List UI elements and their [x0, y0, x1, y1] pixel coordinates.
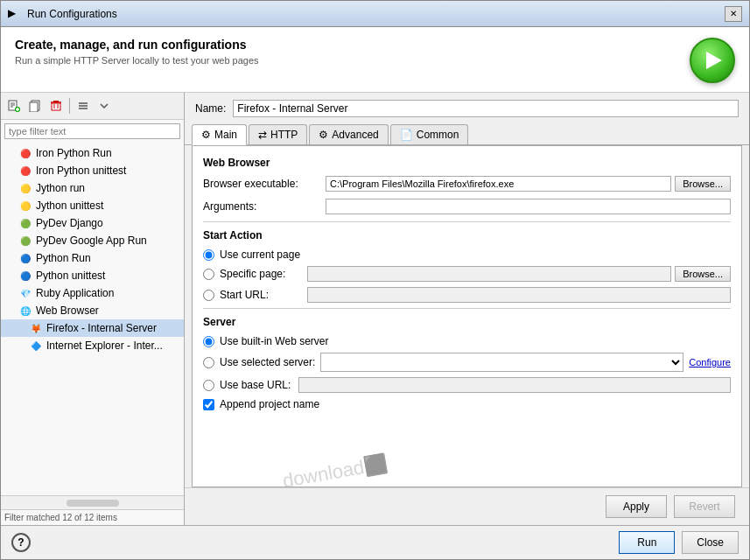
close-button[interactable]: Close	[682, 531, 739, 554]
window-close-button[interactable]: ✕	[725, 6, 742, 22]
tree-item-jython-unittest[interactable]: 🟡 Jython unittest	[1, 197, 184, 214]
collapse-all-button[interactable]	[74, 96, 93, 116]
start-url-input[interactable]	[307, 287, 731, 303]
browser-executable-input[interactable]	[326, 176, 671, 192]
run-configurations-window: ▶ Run Configurations ✕ Create, manage, a…	[0, 0, 750, 560]
arguments-input[interactable]	[326, 199, 731, 214]
tree-item-label: Jython unittest	[36, 200, 103, 212]
header-title: Create, manage, and run configurations	[15, 38, 259, 52]
tree-item-label: PyDev Django	[36, 217, 103, 229]
use-selected-server-radio[interactable]	[203, 357, 214, 368]
browser-executable-browse-button[interactable]: Browse...	[675, 176, 731, 192]
specific-page-row: Specific page: Browse...	[203, 266, 731, 282]
main-tab-icon: ⚙	[201, 129, 211, 141]
header-subtitle: Run a simple HTTP Server locally to test…	[15, 55, 259, 66]
help-button[interactable]: ?	[11, 533, 31, 552]
use-current-page-radio[interactable]	[203, 249, 214, 261]
svg-rect-11	[53, 101, 59, 102]
revert-button[interactable]: Revert	[674, 495, 735, 518]
tree-item-label: Iron Python Run	[36, 147, 112, 159]
run-action-button[interactable]: Run	[619, 531, 675, 554]
use-builtin-server-radio[interactable]	[203, 336, 214, 347]
footer: ? Run Close	[1, 525, 749, 559]
separator-1	[203, 221, 731, 222]
use-selected-server-label: Use selected server:	[220, 356, 315, 368]
use-base-url-radio[interactable]	[203, 380, 214, 391]
left-panel: 🔴 Iron Python Run 🔴 Iron Python unittest…	[1, 93, 185, 525]
tree-item-ruby-application[interactable]: 💎 Ruby Application	[1, 284, 184, 302]
bottom-buttons: Apply Revert	[185, 487, 749, 525]
pydev-google-app-icon: 🟢	[18, 234, 32, 248]
tree-item-label: Internet Explorer - Inter...	[46, 340, 163, 352]
start-url-radio[interactable]	[203, 290, 214, 301]
iron-python-run-icon: 🔴	[18, 146, 32, 160]
use-builtin-server-label: Use built-in Web server	[220, 335, 329, 347]
tab-advanced[interactable]: ⚙ Advanced	[309, 124, 388, 144]
tree-list: 🔴 Iron Python Run 🔴 Iron Python unittest…	[1, 143, 184, 495]
specific-page-radio[interactable]	[203, 269, 214, 280]
start-url-label: Start URL:	[220, 289, 307, 301]
advanced-tab-label: Advanced	[332, 129, 378, 141]
tree-item-label: Python unittest	[36, 270, 105, 282]
use-builtin-server-row: Use built-in Web server	[203, 335, 731, 347]
new-config-button[interactable]	[4, 96, 24, 116]
tree-item-label: Iron Python unittest	[36, 164, 126, 177]
tab-common[interactable]: 📄 Common	[390, 124, 469, 144]
main-tab-label: Main	[214, 129, 237, 141]
tab-main[interactable]: ⚙ Main	[192, 124, 247, 145]
horizontal-scrollbar[interactable]	[1, 495, 184, 509]
advanced-tab-icon: ⚙	[319, 129, 328, 141]
tree-item-iron-python-run[interactable]: 🔴 Iron Python Run	[1, 144, 184, 162]
configure-link[interactable]: Configure	[689, 357, 731, 368]
delete-config-button[interactable]	[46, 96, 66, 116]
server-select[interactable]	[320, 353, 683, 372]
tree-item-internet-explorer[interactable]: 🔷 Internet Explorer - Inter...	[1, 337, 184, 354]
svg-rect-8	[30, 102, 38, 112]
tree-item-python-run[interactable]: 🔵 Python Run	[1, 249, 184, 267]
tree-item-label: Python Run	[36, 252, 91, 264]
left-toolbar	[1, 93, 184, 120]
append-project-name-checkbox[interactable]	[203, 399, 214, 410]
svg-rect-9	[52, 103, 60, 110]
use-base-url-input[interactable]	[298, 377, 731, 393]
name-input[interactable]	[233, 100, 739, 117]
tree-item-web-browser[interactable]: 🌐 Web Browser	[1, 302, 184, 319]
window-icon: ▶	[8, 7, 22, 21]
use-base-url-label: Use base URL:	[220, 379, 298, 391]
run-button[interactable]	[690, 38, 735, 83]
filter-status: Filter matched 12 of 12 items	[1, 509, 184, 525]
window-title: Run Configurations	[27, 8, 725, 20]
footer-actions: Run Close	[619, 531, 739, 554]
tree-item-firefox-internal[interactable]: 🦊 Firefox - Internal Server	[1, 319, 184, 337]
duplicate-config-button[interactable]	[25, 96, 45, 116]
tree-item-label: Firefox - Internal Server	[46, 322, 157, 334]
jython-unittest-icon: 🟡	[18, 199, 32, 213]
filter-input[interactable]	[4, 123, 180, 139]
tree-item-pydev-google-app[interactable]: 🟢 PyDev Google App Run	[1, 232, 184, 249]
arguments-label: Arguments:	[203, 200, 326, 213]
apply-button[interactable]: Apply	[606, 495, 667, 518]
ie-icon: 🔷	[29, 339, 43, 353]
specific-page-browse-button[interactable]: Browse...	[675, 266, 731, 282]
tree-item-label: Web Browser	[36, 304, 99, 317]
expand-all-button[interactable]	[95, 96, 114, 116]
name-label: Name:	[195, 102, 226, 115]
tree-item-label: Jython run	[36, 182, 85, 194]
start-action-section-label: Start Action	[203, 229, 731, 242]
tree-item-iron-python-unittest[interactable]: 🔴 Iron Python unittest	[1, 162, 184, 179]
browser-executable-label: Browser executable:	[203, 178, 326, 190]
use-current-page-label: Use current page	[220, 248, 300, 261]
tree-item-jython-run[interactable]: 🟡 Jython run	[1, 179, 184, 197]
use-current-page-row: Use current page	[203, 248, 731, 261]
http-tab-icon: ⇄	[258, 129, 267, 141]
tab-http[interactable]: ⇄ HTTP	[249, 124, 307, 144]
web-browser-icon: 🌐	[18, 304, 32, 318]
specific-page-input[interactable]	[307, 266, 671, 282]
firefox-icon: 🦊	[29, 321, 43, 335]
name-row: Name:	[185, 93, 749, 122]
separator-2	[203, 308, 731, 309]
header-section: Create, manage, and run configurations R…	[1, 27, 749, 93]
tree-item-pydev-django[interactable]: 🟢 PyDev Django	[1, 214, 184, 232]
tree-item-python-unittest[interactable]: 🔵 Python unittest	[1, 267, 184, 284]
append-project-name-label: Append project name	[220, 398, 319, 410]
